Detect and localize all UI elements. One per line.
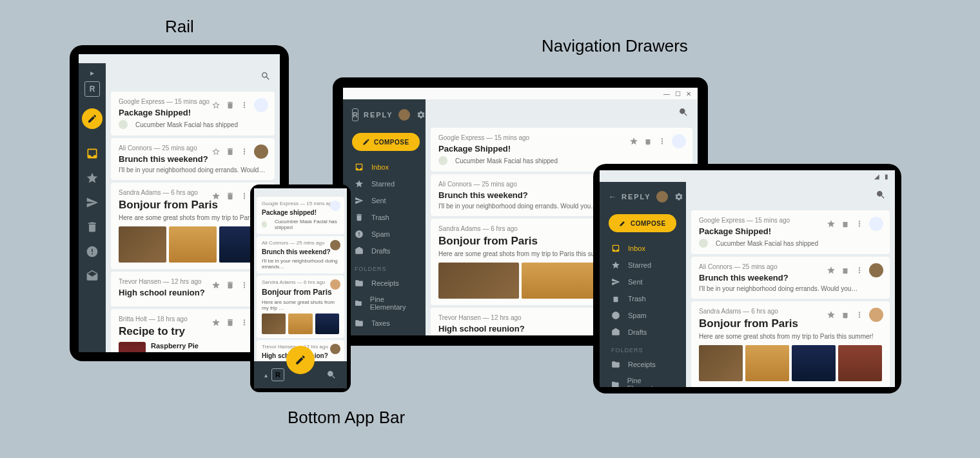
delete-icon[interactable] — [226, 281, 235, 290]
search-icon[interactable] — [876, 190, 886, 200]
more-icon[interactable] — [240, 101, 249, 110]
app-logo[interactable]: R — [352, 108, 358, 121]
email-card[interactable]: Ali Connors — 25 mins ago Brunch this we… — [111, 138, 275, 180]
thumbnail[interactable] — [119, 226, 166, 263]
email-card[interactable]: Google Express — 15 mins ago Package Shi… — [111, 92, 275, 135]
star-icon[interactable] — [86, 172, 99, 184]
settings-icon[interactable] — [416, 110, 426, 119]
drawer-item-trash[interactable]: Trash — [343, 209, 426, 226]
delete-icon[interactable] — [841, 310, 850, 319]
image-attachments — [699, 345, 882, 381]
delete-icon[interactable] — [226, 147, 235, 156]
drawer-item-spam[interactable]: Spam — [600, 307, 686, 324]
back-icon[interactable]: ← — [609, 192, 616, 201]
compose-fab[interactable] — [82, 108, 103, 129]
email-card[interactable]: Google Express — 15 mins ago Package shi… — [257, 197, 344, 234]
app-logo[interactable]: R — [271, 368, 284, 381]
avatar — [330, 240, 340, 250]
section-label-nav-drawers: Navigation Drawers — [542, 36, 688, 56]
more-icon[interactable] — [658, 137, 667, 146]
close-icon[interactable]: ✕ — [686, 90, 691, 97]
drawer-folder-taxes[interactable]: Taxes — [343, 315, 426, 332]
thumbnail[interactable] — [315, 314, 339, 334]
maximize-icon[interactable]: ☐ — [675, 90, 681, 97]
thumbnail[interactable] — [288, 314, 312, 334]
drawer-item-inbox[interactable]: Inbox — [343, 159, 426, 175]
delete-icon[interactable] — [226, 192, 235, 201]
delete-icon[interactable] — [841, 219, 850, 228]
compose-button[interactable]: COMPOSE — [352, 133, 420, 151]
email-snippet: I'll be in your neighborhood doing erran… — [262, 258, 339, 270]
section-label-rail: Rail — [165, 17, 194, 37]
more-icon[interactable] — [855, 219, 864, 228]
drawer-item-sent[interactable]: Sent — [343, 192, 426, 209]
send-icon[interactable] — [86, 196, 99, 209]
star-outline-icon[interactable] — [211, 318, 220, 327]
drawer-item-drafts[interactable]: Drafts — [343, 243, 426, 259]
drawer-folder-receipts[interactable]: Receipts — [343, 275, 426, 292]
thumbnail[interactable] — [169, 226, 217, 263]
error-icon[interactable] — [86, 245, 99, 258]
delete-icon[interactable] — [643, 137, 652, 146]
star-outline-icon[interactable] — [629, 137, 638, 146]
star-outline-icon[interactable] — [827, 310, 836, 319]
more-icon[interactable] — [240, 192, 249, 201]
thumbnail[interactable] — [699, 345, 743, 381]
drawer-item-trash[interactable]: Trash — [600, 290, 686, 307]
more-icon[interactable] — [855, 266, 864, 275]
drawer-folder-pine[interactable]: Pine Elementary — [600, 373, 686, 387]
drawer-item-starred[interactable]: Starred — [343, 175, 426, 192]
compose-fab[interactable] — [286, 346, 315, 374]
delete-icon[interactable] — [841, 266, 850, 275]
star-outline-icon[interactable] — [211, 281, 220, 290]
drawer-folder-receipts[interactable]: Receipts — [600, 356, 686, 373]
settings-icon[interactable] — [674, 192, 683, 201]
email-card[interactable]: Ali Connors — 25 mins ago Brunch this we… — [257, 236, 344, 274]
star-outline-icon[interactable] — [211, 192, 220, 201]
drawer-item-sent[interactable]: Sent — [600, 274, 686, 290]
search-icon[interactable] — [678, 107, 689, 117]
drawer-item-inbox[interactable]: Inbox — [600, 240, 686, 257]
delete-icon[interactable] — [226, 101, 235, 110]
email-card[interactable]: Google Express — 15 mins ago Package Shi… — [691, 210, 890, 254]
minimize-icon[interactable]: — — [663, 90, 670, 97]
thumbnail[interactable] — [438, 263, 519, 299]
more-icon[interactable] — [855, 310, 864, 319]
star-outline-icon[interactable] — [211, 101, 220, 110]
more-icon[interactable] — [240, 318, 249, 327]
inbox-icon[interactable] — [86, 147, 99, 160]
thumbnail[interactable] — [745, 345, 789, 381]
chevron-icon[interactable]: ▸ — [90, 68, 94, 77]
email-card[interactable]: Sandra Adams — 6 hrs ago Bonjour from Pa… — [691, 301, 890, 387]
thumbnail[interactable] — [119, 342, 146, 352]
thumbnail[interactable] — [262, 314, 286, 334]
drawer-item-drafts[interactable]: Drafts — [600, 324, 686, 341]
navigation-rail: ▸ R — [79, 63, 106, 352]
compose-button[interactable]: COMPOSE — [609, 214, 676, 232]
drawer-folder-pine[interactable]: Pine Elementary — [343, 292, 426, 315]
search-icon[interactable] — [260, 71, 271, 81]
email-card[interactable]: Ali Connors — 25 mins ago Brunch this we… — [691, 257, 890, 299]
drawer-item-spam[interactable]: Spam — [343, 226, 426, 243]
star-outline-icon[interactable] — [827, 266, 836, 275]
delete-icon[interactable] — [86, 221, 99, 234]
thumbnail[interactable] — [792, 345, 836, 381]
star-outline-icon[interactable] — [211, 147, 220, 156]
drafts-icon[interactable] — [86, 270, 99, 283]
email-card[interactable]: Sandra Adams — 6 hrs ago Bonjour from Pa… — [257, 275, 344, 338]
avatar[interactable] — [398, 109, 410, 121]
app-logo[interactable]: R — [84, 81, 100, 97]
thumbnail[interactable] — [522, 263, 602, 299]
section-label-bottom-app-bar: Bottom App Bar — [288, 408, 405, 428]
chevron-up-icon[interactable]: ▴ — [264, 372, 268, 379]
email-snippet: Cucumber Mask Facial has shipped — [275, 219, 339, 230]
drawer-folder-vacation[interactable]: Vacation — [343, 332, 426, 335]
star-outline-icon[interactable] — [827, 219, 836, 228]
drawer-item-starred[interactable]: Starred — [600, 257, 686, 274]
more-icon[interactable] — [240, 147, 249, 156]
search-icon[interactable] — [326, 370, 337, 380]
more-icon[interactable] — [240, 281, 249, 290]
avatar[interactable] — [656, 191, 668, 203]
thumbnail[interactable] — [838, 345, 882, 381]
delete-icon[interactable] — [226, 318, 235, 327]
